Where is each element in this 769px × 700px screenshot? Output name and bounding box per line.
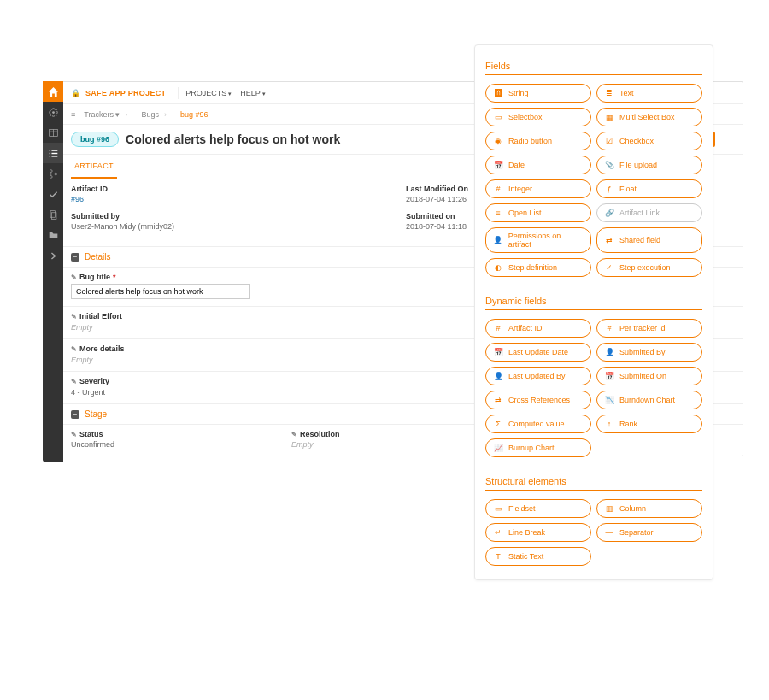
field-label: Open List [508,209,542,217]
nav-home[interactable] [43,81,63,102]
field-pill-line-break[interactable]: ↵Line Break [485,523,591,542]
field-label: Per tracker id [619,324,666,332]
status-value[interactable]: Unconfirmed [71,440,274,449]
field-label: Step definition [508,263,557,272]
field-label: Submitted On [619,372,666,380]
menu-help[interactable]: Help [240,89,265,97]
field-pill-float[interactable]: ƒFloat [596,179,702,198]
field-icon: ▥ [604,503,614,514]
svg-point-0 [52,111,55,114]
tab-artifact[interactable]: Artifact [71,155,117,179]
field-label: Line Break [508,528,545,537]
side-nav [43,81,63,462]
bug-title-input[interactable] [71,284,250,299]
field-label: Burnup Chart [508,444,555,452]
crumb-bugs[interactable]: Bugs [134,109,173,121]
field-pill-column[interactable]: ▥Column [596,499,702,518]
project-name[interactable]: SAFE APP PROJECT [85,89,166,97]
field-label: Artifact Link [619,209,660,217]
field-pill-multi-select-box[interactable]: ▦Multi Select Box [596,108,702,126]
svg-rect-7 [51,152,57,153]
field-icon: ⇄ [493,395,503,405]
field-pill-checkbox[interactable]: ☑Checkbox [596,132,702,150]
nav-expand[interactable] [43,245,63,266]
field-icon: ✓ [604,262,614,273]
field-pill-artifact-link: 🔗Artifact Link [596,203,702,222]
field-pill-open-list[interactable]: ≡Open List [485,203,591,222]
field-pill-permissions-on-artifact[interactable]: 👤Permissions on artifact [485,227,591,253]
field-label: Integer [508,185,532,193]
field-pill-separator[interactable]: —Separator [596,523,702,542]
field-palette-panel: Fields 🅰String≣Text▭Selectbox▦Multi Sele… [474,44,713,580]
field-icon: 👤 [493,371,503,381]
field-label: File upload [619,161,657,169]
field-label: Last Updated By [508,372,566,380]
field-pill-shared-field[interactable]: ⇄Shared field [596,227,702,253]
field-icon: 📉 [604,395,614,405]
field-pill-radio-button[interactable]: ◉Radio button [485,132,591,150]
field-label: Float [619,185,637,193]
crumb-trackers[interactable]: Trackers ▾ [77,109,134,121]
field-pill-cross-references[interactable]: ⇄Cross References [485,391,591,409]
menu-projects[interactable]: Projects [185,89,232,97]
nav-table[interactable] [43,122,63,143]
field-label: Burndown Chart [619,396,675,404]
field-label: Date [508,161,525,169]
field-pill-artifact-id[interactable]: #Artifact ID [485,319,591,338]
field-icon: 👤 [493,235,503,245]
nav-git[interactable] [43,163,63,184]
field-pill-file-upload[interactable]: 📎File upload [596,156,702,174]
svg-rect-9 [51,156,57,156]
lock-icon: 🔒 [71,89,80,97]
field-pill-step-definition[interactable]: ◐Step definition [485,258,591,277]
svg-rect-5 [51,150,57,150]
field-pill-last-update-date[interactable]: 📅Last Update Date [485,343,591,362]
field-pill-burnup-chart[interactable]: 📈Burnup Chart [485,438,591,457]
field-pill-date[interactable]: 📅Date [485,156,591,174]
resolution-label: Resolution [291,430,495,438]
collapse-icon: − [71,253,79,262]
field-pill-submitted-on[interactable]: 📅Submitted On [596,367,702,385]
field-label: Fieldset [508,504,536,513]
field-icon: # [604,323,614,333]
svg-point-11 [50,175,52,178]
nav-list[interactable] [43,143,63,163]
nav-check[interactable] [43,184,63,204]
field-icon: ◐ [493,262,503,273]
field-icon: ◉ [493,136,503,146]
field-label: Radio button [508,137,552,145]
field-pill-last-updated-by[interactable]: 👤Last Updated By [485,367,591,385]
field-pill-computed-value[interactable]: ΣComputed value [485,415,591,433]
field-icon: 📅 [604,371,614,381]
field-pill-fieldset[interactable]: ▭Fieldset [485,499,591,518]
field-pill-per-tracker-id[interactable]: #Per tracker id [596,319,702,338]
field-icon: — [604,527,614,538]
field-icon: ☑ [604,136,614,146]
field-pill-string[interactable]: 🅰String [485,84,591,103]
field-icon: ▭ [493,112,503,122]
fields-grid: 🅰String≣Text▭Selectbox▦Multi Select Box◉… [485,84,702,277]
field-pill-selectbox[interactable]: ▭Selectbox [485,108,591,126]
field-pill-submitted-by[interactable]: 👤Submitted By [596,343,702,362]
resolution-value[interactable]: Empty [291,440,495,449]
field-label: Artifact ID [508,324,543,332]
structural-grid: ▭Fieldset▥Column↵Line Break—SeparatorTSt… [485,499,702,566]
field-icon: 📎 [604,160,614,170]
nav-folder[interactable] [43,225,63,245]
field-label: Checkbox [619,137,654,145]
field-pill-static-text[interactable]: TStatic Text [485,547,591,566]
field-label: Cross References [508,396,570,404]
field-pill-text[interactable]: ≣Text [596,84,702,103]
nav-settings[interactable] [43,102,63,122]
field-pill-integer[interactable]: #Integer [485,179,591,198]
crumb-current[interactable]: bug #96 [173,109,215,121]
field-pill-rank[interactable]: ↑Rank [596,415,702,433]
field-pill-step-execution[interactable]: ✓Step execution [596,258,702,277]
field-icon: ⇄ [604,235,614,245]
fields-heading: Fields [485,61,702,71]
field-pill-burndown-chart[interactable]: 📉Burndown Chart [596,391,702,409]
field-icon: 📅 [493,160,503,170]
nav-docs[interactable] [43,204,63,225]
bug-badge: bug #96 [71,132,119,147]
artifact-id-value[interactable]: #96 [71,195,380,203]
